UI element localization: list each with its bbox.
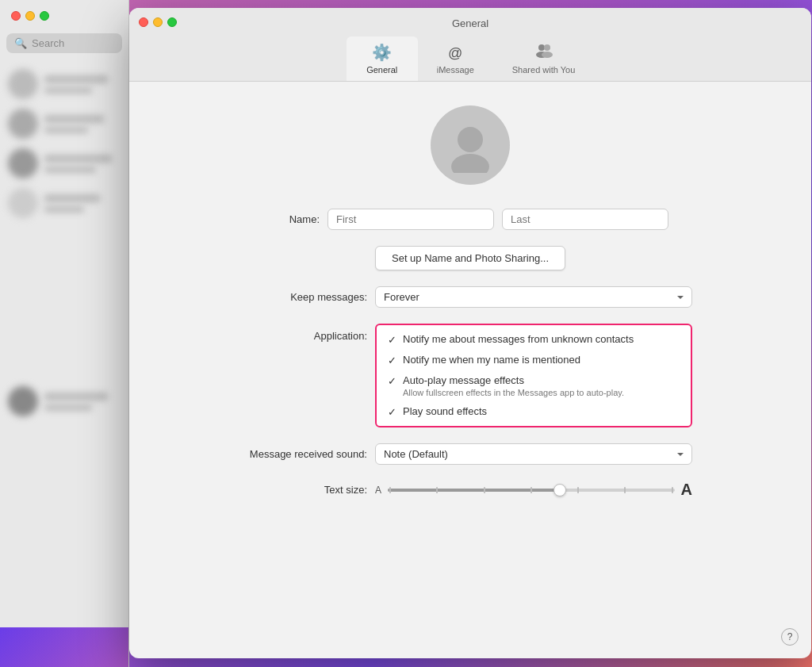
message-sound-row: Message received sound: Note (Default) B… bbox=[248, 443, 692, 465]
title-bar: General ⚙️ General @ iMessage bbox=[129, 8, 811, 82]
checkbox-name-mentioned: ✓ Notify me when my name is mentioned bbox=[388, 354, 680, 366]
main-window: General ⚙️ General @ iMessage bbox=[129, 8, 811, 658]
list-item[interactable] bbox=[0, 381, 128, 421]
name-label: Name: bbox=[272, 213, 320, 225]
settings-content: Name: Set up Name and Photo Sharing... K… bbox=[129, 82, 811, 658]
list-item[interactable] bbox=[0, 104, 128, 144]
text-size-slider-track bbox=[388, 489, 675, 492]
setup-name-photo-button[interactable]: Set up Name and Photo Sharing... bbox=[375, 246, 565, 270]
preview-text bbox=[44, 206, 84, 213]
maximize-button[interactable] bbox=[40, 11, 49, 21]
first-name-input[interactable] bbox=[327, 209, 494, 230]
checkbox-unknown-contacts: ✓ Notify me about messages from unknown … bbox=[388, 333, 680, 346]
keep-messages-row: Keep messages: Forever 1 Year 30 Days bbox=[248, 286, 692, 308]
tab-general[interactable]: ⚙️ General bbox=[347, 36, 418, 81]
preview-text bbox=[44, 127, 88, 133]
name-text bbox=[44, 115, 104, 123]
application-label: Application: bbox=[248, 324, 367, 427]
checkbox-label-2: Notify me when my name is mentioned bbox=[403, 354, 580, 366]
conversation-list bbox=[0, 61, 128, 627]
tick bbox=[389, 487, 391, 493]
sidebar: 🔍 Search bbox=[0, 0, 129, 667]
keep-messages-select[interactable]: Forever 1 Year 30 Days bbox=[375, 286, 692, 308]
tick bbox=[672, 487, 673, 493]
minimize-button[interactable] bbox=[25, 11, 35, 21]
checkbox-label-1: Notify me about messages from unknown co… bbox=[403, 333, 634, 345]
name-text bbox=[44, 75, 108, 83]
svg-point-4 bbox=[458, 127, 483, 152]
tab-imessage[interactable]: @ iMessage bbox=[418, 39, 493, 81]
avatar bbox=[8, 109, 38, 139]
checkbox-autoplay: ✓ Auto-play message effects Allow fullsc… bbox=[388, 374, 680, 397]
tick bbox=[484, 487, 485, 493]
last-name-input[interactable] bbox=[502, 209, 668, 230]
tick bbox=[530, 487, 532, 493]
checkbox-sound-effects: ✓ Play sound effects bbox=[388, 405, 680, 418]
avatar bbox=[8, 386, 38, 416]
preview-text bbox=[44, 87, 92, 94]
avatar bbox=[8, 148, 38, 178]
tick bbox=[436, 487, 438, 493]
tab-shared-with-you[interactable]: Shared with You bbox=[493, 36, 595, 81]
help-button[interactable]: ? bbox=[781, 628, 799, 646]
tab-bar: ⚙️ General @ iMessage Shared with You bbox=[347, 36, 595, 81]
tab-imessage-label: iMessage bbox=[437, 65, 474, 75]
check-icon-2: ✓ bbox=[388, 355, 396, 366]
check-icon-3: ✓ bbox=[388, 375, 396, 387]
list-item[interactable] bbox=[0, 64, 128, 104]
user-avatar-icon bbox=[442, 117, 498, 173]
search-icon: 🔍 bbox=[14, 37, 27, 49]
text-size-small-icon: A bbox=[375, 485, 381, 496]
search-bar[interactable]: 🔍 Search bbox=[6, 33, 122, 53]
avatar bbox=[8, 188, 38, 218]
shared-icon bbox=[535, 42, 553, 62]
gear-icon: ⚙️ bbox=[372, 43, 392, 62]
tab-shared-label: Shared with You bbox=[512, 65, 576, 75]
keep-messages-label: Keep messages: bbox=[248, 291, 367, 303]
minimize-button[interactable] bbox=[153, 17, 163, 27]
tab-general-label: General bbox=[366, 65, 397, 75]
name-text bbox=[44, 194, 100, 202]
search-label: Search bbox=[32, 37, 64, 49]
checkbox-sub-3: Allow fullscreen effects in the Messages… bbox=[403, 388, 624, 397]
text-size-large-icon: A bbox=[681, 481, 692, 499]
tick bbox=[624, 487, 626, 493]
text-size-row: Text size: A A bbox=[248, 481, 692, 499]
name-text bbox=[44, 393, 108, 401]
svg-point-0 bbox=[538, 44, 545, 51]
check-icon-4: ✓ bbox=[388, 406, 396, 418]
checkbox-label-3: Auto-play message effects bbox=[403, 374, 624, 386]
list-item[interactable] bbox=[0, 183, 128, 223]
text-size-label: Text size: bbox=[248, 484, 367, 496]
svg-point-5 bbox=[451, 154, 489, 173]
message-sound-select[interactable]: Note (Default) Bamboo Chord Glass Hero N… bbox=[375, 443, 692, 465]
list-item[interactable] bbox=[0, 144, 128, 183]
tick bbox=[577, 487, 579, 493]
text-size-controls: A A bbox=[375, 481, 692, 499]
preview-text bbox=[44, 167, 96, 173]
window-title: General bbox=[452, 17, 488, 29]
user-avatar[interactable] bbox=[431, 105, 510, 185]
checkbox-label-4: Play sound effects bbox=[403, 405, 487, 417]
maximize-button[interactable] bbox=[167, 17, 177, 27]
message-sound-label: Message received sound: bbox=[248, 448, 367, 460]
at-icon: @ bbox=[448, 45, 462, 62]
name-row: Name: bbox=[272, 209, 668, 230]
application-section: Application: ✓ Notify me about messages … bbox=[248, 324, 692, 427]
check-icon-1: ✓ bbox=[388, 334, 396, 346]
close-button[interactable] bbox=[139, 17, 148, 27]
window-controls bbox=[139, 17, 177, 27]
svg-point-3 bbox=[542, 52, 553, 58]
checkboxes-container: ✓ Notify me about messages from unknown … bbox=[375, 324, 692, 427]
name-text bbox=[44, 155, 112, 163]
close-button[interactable] bbox=[11, 11, 21, 21]
avatar bbox=[8, 69, 38, 99]
slider-ticks bbox=[388, 487, 675, 493]
preview-text bbox=[44, 404, 92, 411]
svg-point-1 bbox=[544, 44, 550, 51]
